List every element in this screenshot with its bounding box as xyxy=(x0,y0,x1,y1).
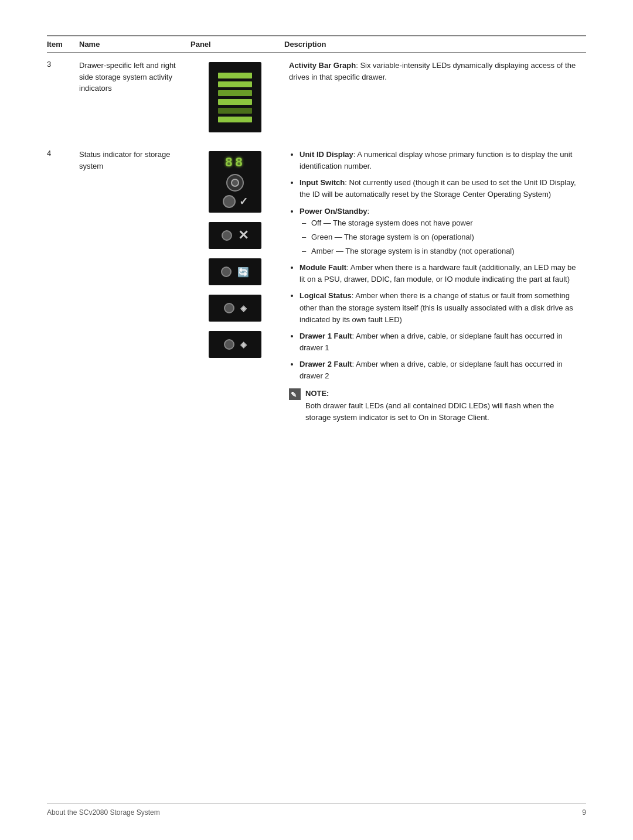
sub-bullet-off-text: Off — The storage system does not have p… xyxy=(311,218,473,227)
drawer1-fault-label: Drawer 1 Fault xyxy=(300,332,352,340)
note-svg-icon: ✎ xyxy=(289,388,301,400)
logical-status-panel: 🔄 xyxy=(209,258,261,285)
bullet-unit-id-label: Unit ID Display xyxy=(300,150,353,159)
extra-bullet-list: Module Fault: Amber when there is a hard… xyxy=(289,262,581,382)
col-header-name: Name xyxy=(79,36,190,53)
bullet-unit-id: Unit ID Display: A numerical display who… xyxy=(300,149,581,172)
drawer1-icon: ◈ xyxy=(240,303,247,313)
item-number: 4 xyxy=(47,142,79,431)
bullet-power-label: Power On/Standby xyxy=(300,207,367,216)
status-indicator-panel: 88 ✓ xyxy=(209,151,261,213)
drawer1-led xyxy=(224,303,234,313)
module-fault-panel: ✕ xyxy=(209,222,261,249)
bar-row-5 xyxy=(218,108,252,114)
bullet-module-fault: Module Fault: Amber when there is a hard… xyxy=(300,262,581,285)
footer-right-page-number: 9 xyxy=(582,808,586,817)
logical-status-icon: 🔄 xyxy=(237,267,249,278)
bullet-input-switch: Input Switch: Not currently used (though… xyxy=(300,177,581,200)
extra-bullets-section: Module Fault: Amber when there is a hard… xyxy=(289,262,581,424)
col-header-description: Description xyxy=(284,36,586,53)
bullet-input-switch-label: Input Switch xyxy=(300,178,345,187)
item-number: 3 xyxy=(47,53,79,142)
drawer1-fault-panel-image: ◈ xyxy=(190,295,280,322)
svg-text:✎: ✎ xyxy=(291,391,297,399)
sub-bullet-amber: Amber — The storage system is in standby… xyxy=(300,245,581,257)
x-fault-icon: ✕ xyxy=(238,228,249,243)
footer-left: About the SCv2080 Storage System xyxy=(47,808,160,817)
bar-segment xyxy=(218,90,252,96)
main-bullet-list: Unit ID Display: A numerical display who… xyxy=(289,149,581,257)
logical-status-label: Logical Status xyxy=(300,291,352,300)
drawer2-led xyxy=(224,339,234,350)
panel-cell xyxy=(190,53,284,142)
bar-segment xyxy=(218,117,252,122)
drawer2-icon: ◈ xyxy=(240,340,247,349)
unit-id-display: 88 xyxy=(225,156,245,170)
sub-bullet-amber-text: Amber — The storage system is in standby… xyxy=(311,247,515,255)
activity-bar-panel xyxy=(209,62,261,132)
bar-row-1 xyxy=(218,73,252,78)
note-icon: ✎ xyxy=(289,388,301,400)
drawer2-fault-label: Drawer 2 Fault xyxy=(300,360,352,368)
bullet-power-on-standby: Power On/Standby: Off — The storage syst… xyxy=(300,206,581,258)
drawer2-fault-panel: ◈ xyxy=(209,331,261,358)
note-content: Both drawer fault LEDs (and all containe… xyxy=(305,400,581,424)
bullet-logical-status: Logical Status: Amber when there is a ch… xyxy=(300,290,581,325)
sub-bullet-off: Off — The storage system does not have p… xyxy=(300,217,581,229)
multi-panel-group: 88 ✓ xyxy=(190,149,280,360)
col-header-panel: Panel xyxy=(190,36,284,53)
table-row: 3 Drawer-specific left and right side st… xyxy=(47,53,586,142)
power-led xyxy=(223,195,236,208)
item-name: Drawer-specific left and right side stor… xyxy=(79,53,190,142)
sub-bullet-green: Green — The storage system is on (operat… xyxy=(300,231,581,243)
drawer1-fault-panel: ◈ xyxy=(209,295,261,322)
page-footer: About the SCv2080 Storage System 9 xyxy=(47,803,586,817)
bar-row-2 xyxy=(218,81,252,87)
power-sub-list: Off — The storage system does not have p… xyxy=(300,217,581,257)
bar-segment xyxy=(218,99,252,105)
bar-row-4 xyxy=(218,99,252,105)
description-cell: Activity Bar Graph: Six variable-intensi… xyxy=(284,53,586,142)
note-box: ✎ NOTE: Both drawer fault LEDs (and all … xyxy=(289,388,581,423)
bar-segment xyxy=(218,108,252,114)
module-fault-led xyxy=(222,230,232,241)
power-check-row: ✓ xyxy=(223,195,248,208)
module-fault-panel-image: ✕ xyxy=(190,222,280,249)
input-switch-button xyxy=(226,174,244,192)
check-icon: ✓ xyxy=(239,195,248,208)
item-name: Status indicator for storage system xyxy=(79,142,190,431)
description-cell-status: Unit ID Display: A numerical display who… xyxy=(284,142,586,431)
module-fault-label: Module Fault xyxy=(300,263,346,272)
bar-row-3 xyxy=(218,90,252,96)
status-indicator-panel-image: 88 ✓ xyxy=(190,151,280,213)
logical-status-panel-image: 🔄 xyxy=(190,258,280,285)
bullet-power-colon: : xyxy=(367,207,370,216)
bullet-drawer1-fault: Drawer 1 Fault: Amber when a drive, cabl… xyxy=(300,330,581,354)
input-switch-inner xyxy=(231,179,239,187)
activity-bar-panel-image xyxy=(190,62,280,132)
col-header-item: Item xyxy=(47,36,79,53)
bar-segment xyxy=(218,73,252,78)
table-header-row: Item Name Panel Description xyxy=(47,36,586,53)
note-text-block: NOTE: Both drawer fault LEDs (and all co… xyxy=(305,388,581,423)
bar-row-6 xyxy=(218,117,252,122)
drawer2-fault-panel-image: ◈ xyxy=(190,331,280,358)
desc-title: Activity Bar Graph xyxy=(289,61,356,70)
bar-segment xyxy=(218,81,252,87)
logical-status-led xyxy=(221,267,232,277)
bullet-drawer2-fault: Drawer 2 Fault: Amber when a drive, cabl… xyxy=(300,358,581,382)
sub-bullet-green-text: Green — The storage system is on (operat… xyxy=(311,233,474,241)
table-row: 4 Status indicator for storage system 88 xyxy=(47,142,586,431)
note-label: NOTE: xyxy=(305,389,329,398)
panel-cell-status: 88 ✓ xyxy=(190,142,284,431)
